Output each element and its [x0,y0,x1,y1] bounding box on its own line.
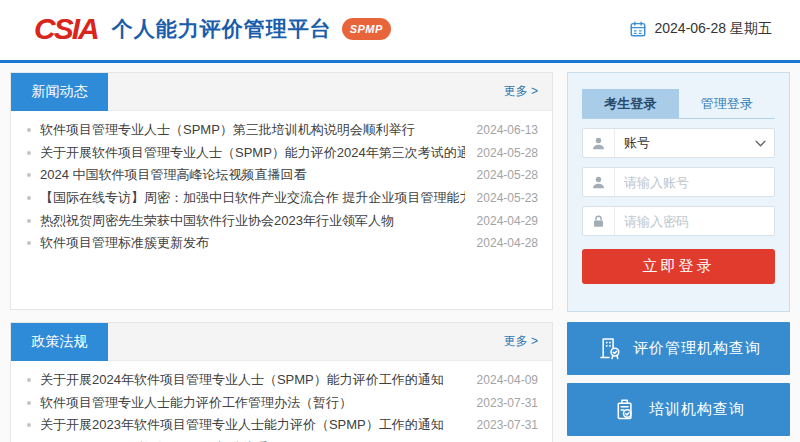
current-date: 2024-06-28 星期五 [654,20,772,38]
news-more-link[interactable]: 更多 > [504,83,552,100]
bullet-icon [27,128,31,132]
news-item-title: 热烈祝贺周密先生荣获中国软件行业协会2023年行业领军人物 [40,212,465,230]
news-item[interactable]: 软件项目管理标准簇更新发布 2024-04-28 [11,232,552,255]
policy-panel: 政策法规 更多 > 关于开展2024年软件项目管理专业人士（SPMP）能力评价工… [10,322,553,442]
bullet-icon [27,378,31,382]
account-type-select[interactable]: 账号 [582,128,775,158]
eval-org-query-label: 评价管理机构查询 [633,339,761,358]
news-item-title: 软件项目管理专业人士（SPMP）第三批培训机构说明会顺利举行 [40,121,465,139]
building-check-icon [612,396,639,423]
news-item-date: 2024-04-28 [477,236,538,250]
bullet-icon [27,241,31,245]
policy-item-title: 关于开展2024年软件项目管理专业人士（SPMP）能力评价工作的通知 [40,371,465,389]
news-panel-header: 新闻动态 更多 > [11,73,552,111]
login-button[interactable]: 立即登录 [582,249,775,284]
policy-item-date: 2024-04-09 [477,373,538,387]
policy-item[interactable]: 软件项目管理专业人士能力评价工作管理办法（暂行） 2023-07-31 [11,392,552,415]
login-panel: 考生登录 管理登录 账号 [567,72,790,312]
bullet-icon [27,173,31,177]
policy-panel-header: 政策法规 更多 > [11,323,552,361]
user-icon [583,168,615,196]
bullet-icon [27,219,31,223]
policy-item[interactable]: 关于开展2024年软件项目管理专业人士（SPMP）能力评价工作的通知 2024-… [11,369,552,392]
account-type-value: 账号 [615,134,755,152]
news-item-date: 2024-06-13 [477,123,538,137]
bullet-icon [27,423,31,427]
training-org-query-button[interactable]: 培训机构查询 [567,383,790,436]
policy-more-link[interactable]: 更多 > [504,333,552,350]
policy-item-title: 软件项目管理专业人士能力评价工作管理办法（暂行） [40,394,465,412]
news-item-date: 2024-04-29 [477,214,538,228]
tab-news[interactable]: 新闻动态 [11,73,108,111]
policy-item-date: 2023-07-31 [477,396,538,410]
tab-candidate-login[interactable]: 考生登录 [582,89,679,118]
policy-item[interactable]: 关于开展2023年软件项目管理专业人士能力评价（SPMP）工作的通知 2023-… [11,414,552,437]
news-item[interactable]: 关于开展软件项目管理专业人士（SPMP）能力评价2024年第三次考试的通知 20… [11,142,552,165]
news-item-title: 【国际在线专访】周密：加强中日软件产业交流合作 提升企业项目管理能力 促进新质生… [40,189,465,207]
tab-admin-login[interactable]: 管理登录 [679,89,776,118]
news-item-date: 2024-05-23 [477,191,538,205]
policy-list: 关于开展2024年软件项目管理专业人士（SPMP）能力评价工作的通知 2024-… [11,361,552,442]
tab-policy[interactable]: 政策法规 [11,323,108,361]
eval-org-query-button[interactable]: 评价管理机构查询 [567,322,790,375]
header-divider [0,60,800,63]
chevron-down-icon [755,140,774,147]
news-item-date: 2024-05-28 [477,146,538,160]
news-item-title: 软件项目管理标准簇更新发布 [40,234,465,252]
news-item-title: 关于开展软件项目管理专业人士（SPMP）能力评价2024年第三次考试的通知 [40,144,465,162]
date-display: 2024-06-28 星期五 [629,20,772,38]
password-input[interactable] [615,214,774,229]
lock-icon [583,207,615,235]
page-header: CSIA 个人能力评价管理平台 SPMP 2024-06-28 星期五 [0,0,800,60]
spmp-badge: SPMP [342,18,391,40]
news-item[interactable]: 热烈祝贺周密先生荣获中国软件行业协会2023年行业领军人物 2024-04-29 [11,209,552,232]
policy-item-title: 关于开展2023年软件项目管理专业人士能力评价（SPMP）工作的通知 [40,416,465,434]
account-input[interactable] [615,175,774,190]
login-tabs: 考生登录 管理登录 [582,89,775,119]
news-item[interactable]: 2024 中国软件项目管理高峰论坛视频直播回看 2024-05-28 [11,164,552,187]
site-title: 个人能力评价管理平台 [112,15,332,43]
news-list: 软件项目管理专业人士（SPMP）第三批培训机构说明会顺利举行 2024-06-1… [11,111,552,255]
news-item[interactable]: 软件项目管理专业人士（SPMP）第三批培训机构说明会顺利举行 2024-06-1… [11,119,552,142]
brand-area: CSIA 个人能力评价管理平台 SPMP [34,12,391,46]
news-item-title: 2024 中国软件项目管理高峰论坛视频直播回看 [40,166,465,184]
bullet-icon [27,196,31,200]
bullet-icon [27,401,31,405]
building-badge-icon [596,335,623,362]
news-panel: 新闻动态 更多 > 软件项目管理专业人士（SPMP）第三批培训机构说明会顺利举行… [10,72,553,310]
news-item-date: 2024-05-28 [477,168,538,182]
calendar-icon [629,20,647,38]
policy-item-date: 2023-07-31 [477,418,538,432]
user-icon [583,129,615,157]
account-field-wrap [582,167,775,197]
policy-item[interactable]: TSIA010.1-2023 软件项目管理标准体系 2023-07-31 [11,437,552,442]
bullet-icon [27,151,31,155]
training-org-query-label: 培训机构查询 [649,400,745,419]
csia-logo: CSIA [34,12,98,46]
news-item[interactable]: 【国际在线专访】周密：加强中日软件产业交流合作 提升企业项目管理能力 促进新质生… [11,187,552,210]
password-field-wrap [582,206,775,236]
